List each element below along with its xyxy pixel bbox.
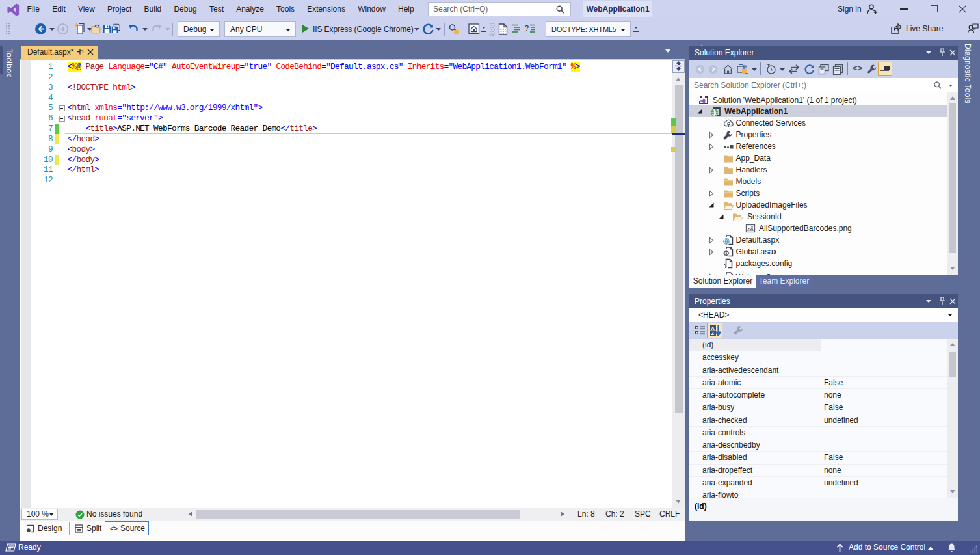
svg-text:Z: Z (711, 331, 715, 336)
svg-text:?: ? (525, 24, 529, 32)
